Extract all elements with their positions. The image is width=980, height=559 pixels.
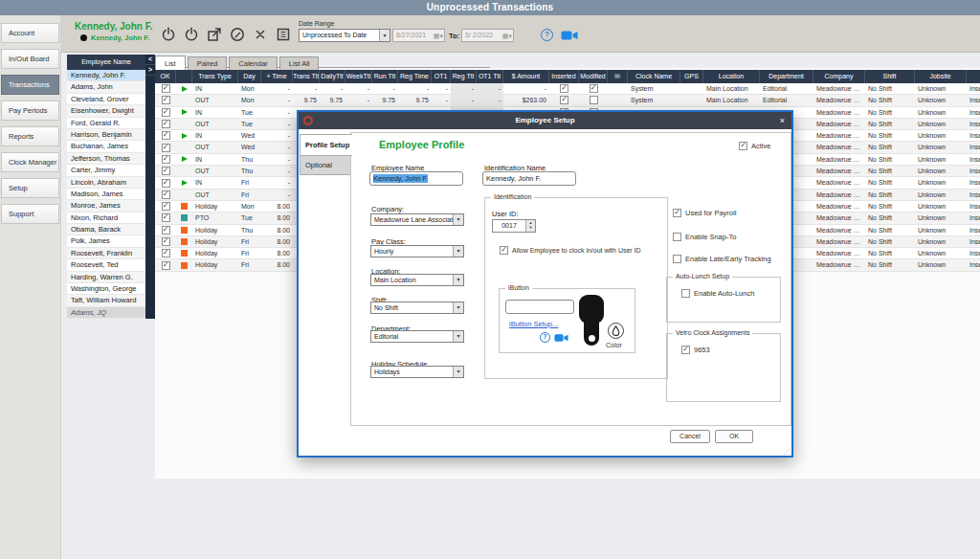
employee-list-item[interactable]: Roosevelt, Franklin (67, 248, 145, 259)
identification-name-input[interactable]: Kennedy, John F. (482, 171, 576, 186)
active-checkbox[interactable]: ✓ (739, 142, 747, 150)
cancel-button[interactable]: Cancel (670, 430, 710, 443)
ok-checkbox[interactable]: ✓ (162, 261, 170, 270)
enable-late-early-row[interactable]: ✓ Enable Late/Early Tracking (673, 255, 771, 263)
column-header-week_ttl[interactable]: WeekTtl (345, 70, 372, 83)
date-to-field[interactable]: 5/ 2/2022 ▦▾ (461, 29, 514, 42)
enable-auto-lunch-checkbox[interactable]: ✓ (681, 289, 690, 298)
expand-panel-button[interactable]: > (145, 65, 155, 76)
column-header-ot1_ttl[interactable]: OT1 Ttl (477, 70, 503, 83)
employee-list-item[interactable]: Monroe, James (67, 200, 145, 212)
allow-clock-checkbox[interactable]: ✓ (500, 246, 508, 255)
help-icon[interactable]: ? (540, 332, 550, 343)
ok-checkbox[interactable]: ✓ (162, 131, 170, 140)
dialog-close-button[interactable]: × (780, 112, 785, 129)
sidebar-item-account[interactable]: Account (1, 23, 59, 43)
ok-checkbox[interactable]: ✓ (162, 144, 170, 152)
ok-checkbox[interactable]: ✓ (162, 96, 170, 104)
employee-list-item[interactable]: Polk, James (67, 235, 145, 247)
enable-auto-lunch-row[interactable]: ✓ Enable Auto-Lunch (681, 289, 754, 298)
column-header-reg_time[interactable]: Reg Time (398, 70, 432, 83)
dialog-titlebar[interactable]: Employee Setup × (299, 112, 791, 129)
company-select[interactable]: Meadowrue Lane Associates▾ (370, 213, 464, 226)
stepper-arrows-icon[interactable]: ▲▼ (525, 220, 535, 232)
employee-list-item[interactable]: Madison, James (67, 189, 145, 200)
tab-paired[interactable]: Paired (188, 56, 228, 70)
employee-list-item[interactable]: Nixon, Richard (67, 212, 145, 224)
tab-list-all[interactable]: List All (279, 56, 320, 70)
sidebar-item-clock-manager[interactable]: Clock Manager (1, 152, 59, 172)
column-header-ot1[interactable]: OT1 (432, 70, 451, 83)
ok-checkbox[interactable]: ✓ (162, 155, 170, 164)
envelope-icon[interactable]: ✉ (608, 70, 628, 83)
date-range-select[interactable]: Unprocessed To Date ▾ (299, 29, 390, 42)
employee-list-item[interactable]: Kennedy, John F. (67, 70, 145, 81)
column-header-clock_name[interactable]: Clock Name (628, 70, 680, 83)
collapse-panel-button[interactable]: < (145, 55, 155, 65)
allow-clock-checkbox-row[interactable]: ✓ Allow Employee to clock in/out with Us… (500, 246, 641, 255)
shift-select[interactable]: No Shift▾ (370, 302, 464, 314)
ok-checkbox[interactable]: ✓ (162, 202, 170, 211)
ibutton-setup-link[interactable]: iButton Setup... (509, 320, 558, 328)
sidebar-item-reports[interactable]: Reports (1, 126, 59, 146)
dialog-tab-profile-setup[interactable]: Profile Setup (300, 134, 352, 156)
user-id-stepper[interactable]: 0017 ▲▼ (492, 219, 536, 233)
column-header-gps[interactable]: GPS (680, 70, 703, 83)
column-header-ge[interactable]: Ge (967, 70, 980, 83)
pay-class-select[interactable]: Hourly▾ (370, 245, 464, 257)
panel-splitter[interactable]: < > (145, 55, 155, 319)
column-header-reg_ttl[interactable]: Reg Ttl (451, 70, 477, 83)
column-header-jobsite[interactable]: Jobsite (915, 70, 967, 83)
ok-checkbox[interactable]: ✓ (162, 213, 170, 222)
column-header-ok[interactable]: OK (155, 70, 176, 83)
employee-list-item[interactable]: Washington, George (67, 283, 145, 295)
column-header-trans_type[interactable]: Trans Type (192, 70, 238, 83)
employee-list-item[interactable]: Harrison, Benjamin (67, 129, 145, 141)
column-header-daily_ttl[interactable]: DailyTtl (320, 70, 345, 83)
column-header-amount[interactable]: $ Amount (503, 70, 549, 83)
employee-list-item[interactable]: Obama, Barack (67, 224, 145, 235)
ok-checkbox[interactable]: ✓ (162, 108, 170, 117)
column-header-day[interactable]: Day (238, 70, 261, 83)
employee-list-item[interactable]: Eisenhower, Dwight (67, 105, 145, 117)
ok-checkbox[interactable]: ✓ (162, 179, 170, 188)
column-header-icon[interactable] (176, 70, 192, 83)
ok-checkbox[interactable]: ✓ (162, 190, 170, 199)
column-header-location[interactable]: Location (703, 70, 760, 83)
employee-list-item[interactable]: Jefferson, Thomas (67, 153, 145, 165)
sidebar-item-setup[interactable]: Setup (1, 178, 59, 198)
employee-list-item[interactable]: Harding, Warren G. (67, 272, 145, 283)
color-button[interactable] (608, 323, 624, 339)
ok-checkbox[interactable]: ✓ (162, 84, 170, 93)
enable-snap-to-checkbox[interactable]: ✓ (673, 233, 681, 241)
video-help-icon[interactable] (554, 333, 568, 343)
ok-checkbox[interactable]: ✓ (162, 226, 170, 235)
department-select[interactable]: Editorial▾ (370, 330, 464, 343)
used-for-payroll-checkbox[interactable]: ✓ (673, 209, 681, 217)
column-header-department[interactable]: Department (760, 70, 813, 83)
employee-list-header[interactable]: Employee Name (67, 55, 145, 70)
enable-snap-to-row[interactable]: ✓ Enable Snap-To (673, 233, 736, 241)
employee-list-item[interactable]: Adams, John (67, 81, 145, 93)
column-header-plus_time[interactable]: + Time (261, 70, 293, 83)
column-header-modified[interactable]: Modified (579, 70, 608, 83)
column-header-inserted[interactable]: Inserted (549, 70, 579, 83)
add-transaction-icon[interactable] (207, 27, 222, 42)
column-header-company[interactable]: Company (813, 70, 865, 83)
employee-list-item[interactable]: Taft, William Howard (67, 295, 145, 306)
column-header-shift[interactable]: Shift (865, 70, 915, 83)
sidebar-item-pay-periods[interactable]: Pay Periods (1, 101, 59, 121)
delete-transaction-icon[interactable] (253, 27, 268, 42)
clock-in-icon[interactable] (161, 27, 176, 42)
ok-button[interactable]: OK (715, 430, 753, 443)
help-icon[interactable]: ? (541, 29, 553, 41)
employee-list-item[interactable]: Lincoln, Abraham (67, 177, 145, 189)
employee-list-item[interactable]: Ford, Gerald R. (67, 118, 145, 129)
clock-out-icon[interactable] (184, 27, 199, 42)
employee-list-item[interactable]: Carter, Jimmy (67, 165, 145, 176)
column-header-run_ttl[interactable]: Run Ttl (372, 70, 398, 83)
active-checkbox-row[interactable]: ✓ Active (739, 142, 770, 150)
sidebar-item-in-out-board[interactable]: In/Out Board (1, 49, 59, 69)
date-from-field[interactable]: 8/27/2021 ▦▾ (392, 29, 445, 42)
window-titlebar[interactable]: Unprocessed Transactions (0, 0, 980, 15)
